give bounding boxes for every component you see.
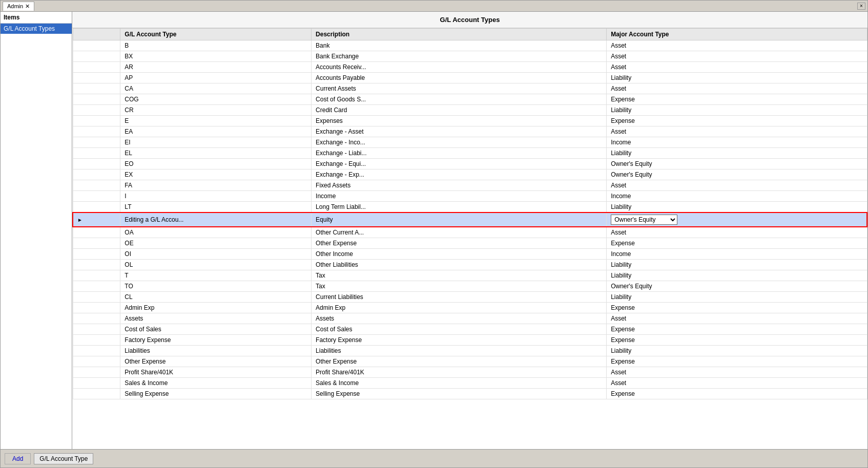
row-major: Asset <box>607 126 867 137</box>
row-code: FA <box>120 180 312 191</box>
row-description-edit[interactable] <box>312 212 607 227</box>
row-major: Liability <box>607 202 867 213</box>
row-description: Other Income <box>312 249 607 260</box>
row-code: Admin Exp <box>120 303 312 313</box>
gl-account-type-button[interactable]: G/L Account Type <box>34 453 93 464</box>
row-description: Factory Expense <box>312 335 607 346</box>
col-header-code[interactable]: G/L Account Type <box>120 29 312 40</box>
row-description: Other Expense <box>312 356 607 367</box>
table-row[interactable]: TOTaxOwner's Equity <box>73 281 867 292</box>
table-row[interactable]: TTaxLiability <box>73 270 867 281</box>
row-major: Expense <box>607 356 867 367</box>
row-code: COG <box>120 94 312 105</box>
row-code: OI <box>120 249 312 260</box>
row-major-edit[interactable]: AssetLiabilityExpenseIncomeOwner's Equit… <box>607 212 867 227</box>
row-indicator <box>73 83 120 94</box>
code-input[interactable] <box>125 216 307 223</box>
sidebar-item-gl-account-types[interactable]: G/L Account Types <box>1 24 72 34</box>
row-major: Asset <box>607 51 867 62</box>
row-indicator <box>73 238 120 249</box>
table-row[interactable]: EExpensesExpense <box>73 116 867 126</box>
row-major: Expense <box>607 303 867 313</box>
col-header-description[interactable]: Description <box>312 29 607 40</box>
row-code: Cost of Sales <box>120 324 312 335</box>
row-description: Fixed Assets <box>312 180 607 191</box>
row-code: Assets <box>120 313 312 324</box>
table-row[interactable]: Sales & IncomeSales & IncomeAsset <box>73 378 867 389</box>
row-major: Asset <box>607 367 867 378</box>
table-row[interactable]: EIExchange - Inco...Income <box>73 137 867 148</box>
table-row[interactable]: ►AssetLiabilityExpenseIncomeOwner's Equi… <box>73 212 867 227</box>
table-row[interactable]: OAOther Current A...Asset <box>73 227 867 238</box>
row-indicator <box>73 137 120 148</box>
table-row[interactable]: OIOther IncomeIncome <box>73 249 867 260</box>
table-area[interactable]: G/L Account Type Description Major Accou… <box>72 28 867 449</box>
table-row[interactable]: Cost of SalesCost of SalesExpense <box>73 324 867 335</box>
table-row[interactable]: Factory ExpenseFactory ExpenseExpense <box>73 335 867 346</box>
row-indicator <box>73 324 120 335</box>
row-indicator <box>73 389 120 399</box>
table-row[interactable]: CACurrent AssetsAsset <box>73 83 867 94</box>
row-description: Expenses <box>312 116 607 126</box>
add-button[interactable]: Add <box>5 453 31 464</box>
row-major: Income <box>607 249 867 260</box>
bottom-bar: Add G/L Account Type <box>1 449 867 467</box>
table-row[interactable]: Selling ExpenseSelling ExpenseExpense <box>73 389 867 399</box>
description-input[interactable] <box>316 216 602 223</box>
row-description: Exchange - Liabi... <box>312 148 607 159</box>
row-description: Bank Exchange <box>312 51 607 62</box>
row-description: Current Liabilities <box>312 292 607 303</box>
row-indicator <box>73 159 120 169</box>
row-indicator <box>73 249 120 260</box>
row-indicator <box>73 148 120 159</box>
row-code: Profit Share/401K <box>120 367 312 378</box>
table-row[interactable]: IIncomeIncome <box>73 191 867 202</box>
table-row[interactable]: ARAccounts Receiv...Asset <box>73 62 867 73</box>
table-header-row: G/L Account Type Description Major Accou… <box>73 29 867 40</box>
row-major: Expense <box>607 238 867 249</box>
row-code: EA <box>120 126 312 137</box>
row-major: Liability <box>607 105 867 116</box>
row-code: T <box>120 270 312 281</box>
row-major: Owner's Equity <box>607 159 867 169</box>
row-description: Tax <box>312 281 607 292</box>
row-major: Liability <box>607 260 867 270</box>
table-row[interactable]: Profit Share/401KProfit Share/401KAsset <box>73 367 867 378</box>
table-row[interactable]: FAFixed AssetsAsset <box>73 180 867 191</box>
table-row[interactable]: LiabilitiesLiabilitiesLiability <box>73 346 867 356</box>
row-description: Income <box>312 191 607 202</box>
table-row[interactable]: EAExchange - AssetAsset <box>73 126 867 137</box>
row-description: Bank <box>312 40 607 51</box>
major-account-type-select[interactable]: AssetLiabilityExpenseIncomeOwner's Equit… <box>611 215 677 225</box>
row-code: Selling Expense <box>120 389 312 399</box>
row-description: Exchange - Equi... <box>312 159 607 169</box>
table-row[interactable]: APAccounts PayableLiability <box>73 73 867 83</box>
table-row[interactable]: EOExchange - Equi...Owner's Equity <box>73 159 867 169</box>
table-row[interactable]: OLOther LiabilitiesLiability <box>73 260 867 270</box>
row-major: Owner's Equity <box>607 281 867 292</box>
table-row[interactable]: CLCurrent LiabilitiesLiability <box>73 292 867 303</box>
row-description: Tax <box>312 270 607 281</box>
table-row[interactable]: ELExchange - Liabi...Liability <box>73 148 867 159</box>
row-description: Admin Exp <box>312 303 607 313</box>
main-content: Items G/L Account Types G/L Account Type… <box>1 12 867 449</box>
table-body: BBankAssetBXBank ExchangeAssetARAccounts… <box>73 40 867 399</box>
table-row[interactable]: LTLong Term Liabil...Liability <box>73 202 867 213</box>
table-row[interactable]: Admin ExpAdmin ExpExpense <box>73 303 867 313</box>
row-code: I <box>120 191 312 202</box>
row-code-edit[interactable] <box>120 212 312 227</box>
table-row[interactable]: AssetsAssetsAsset <box>73 313 867 324</box>
col-header-major[interactable]: Major Account Type <box>607 29 867 40</box>
table-row[interactable]: OEOther ExpenseExpense <box>73 238 867 249</box>
row-major: Asset <box>607 40 867 51</box>
table-row[interactable]: EXExchange - Exp...Owner's Equity <box>73 169 867 180</box>
row-description: Sales & Income <box>312 378 607 389</box>
row-description: Cost of Goods S... <box>312 94 607 105</box>
table-row[interactable]: BXBank ExchangeAsset <box>73 51 867 62</box>
table-row[interactable]: Other ExpenseOther ExpenseExpense <box>73 356 867 367</box>
table-row[interactable]: CRCredit CardLiability <box>73 105 867 116</box>
row-code: Other Expense <box>120 356 312 367</box>
table-row[interactable]: BBankAsset <box>73 40 867 51</box>
window-close-button[interactable]: × <box>857 3 865 10</box>
table-row[interactable]: COGCost of Goods S...Expense <box>73 94 867 105</box>
